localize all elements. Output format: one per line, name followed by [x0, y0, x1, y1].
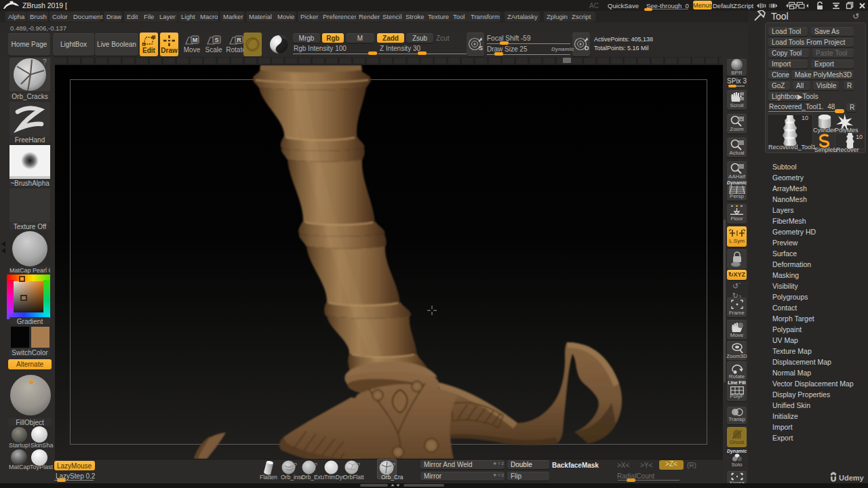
svg-text:S: S — [479, 45, 483, 52]
svg-text:D: D — [585, 45, 589, 52]
svg-text:S: S — [214, 37, 218, 43]
svg-text:M: M — [193, 37, 198, 43]
svg-text:+: + — [740, 117, 743, 121]
svg-text:R: R — [237, 37, 241, 43]
svg-text:Udemy: Udemy — [839, 474, 864, 482]
